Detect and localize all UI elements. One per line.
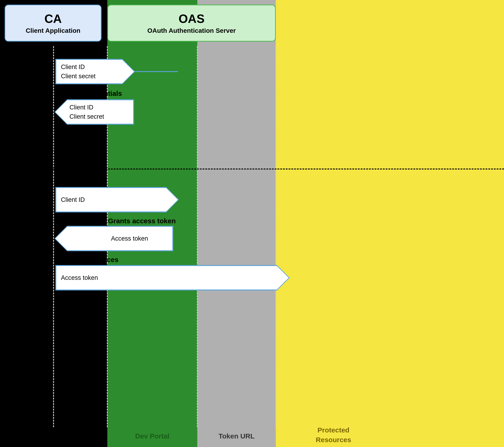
- arrow1: Client ID Client secret: [55, 59, 178, 84]
- col-tokenurl-bg: [197, 0, 276, 447]
- col-label-tokenurl: Token URL: [197, 432, 276, 440]
- header-oas: OAS OAuth Authentication Server: [107, 5, 276, 41]
- diagram-container: CA Client Application OAS OAuth Authenti…: [0, 0, 504, 447]
- arrow5-label: Access token: [61, 273, 98, 283]
- ca-subtitle: Client Application: [26, 27, 81, 34]
- col-protected-bg: [276, 0, 504, 447]
- dashed-line-ca: [53, 46, 54, 427]
- arrow3: Client ID: [55, 187, 179, 212]
- ca-title: CA: [44, 12, 62, 26]
- dashed-line-oas-right: [275, 46, 276, 427]
- arrow3-label: Client ID: [61, 195, 85, 205]
- arrow4-label: Access token: [70, 234, 148, 243]
- arrow2-label: Client ID Client secret: [70, 103, 104, 121]
- oas-subtitle: OAuth Authentication Server: [147, 27, 236, 34]
- col-label-protected: Protected Resources: [276, 425, 391, 445]
- dashed-line-oas-middle: [197, 46, 198, 427]
- grants-label: Grants access token: [108, 217, 176, 225]
- resources-label: resources: [85, 256, 118, 264]
- credentials-label: credentials: [85, 90, 122, 97]
- arrow4: Access token: [54, 226, 173, 251]
- header-ca: CA Client Application: [5, 5, 102, 41]
- h-separator-1: [0, 168, 504, 169]
- oas-title: OAS: [179, 12, 205, 26]
- arrow2: Client ID Client secret: [54, 99, 134, 125]
- col-label-devportal: Dev Portal: [107, 432, 197, 440]
- arrow1-label: Client ID Client secret: [61, 62, 95, 81]
- arrow5: Access token: [55, 265, 290, 290]
